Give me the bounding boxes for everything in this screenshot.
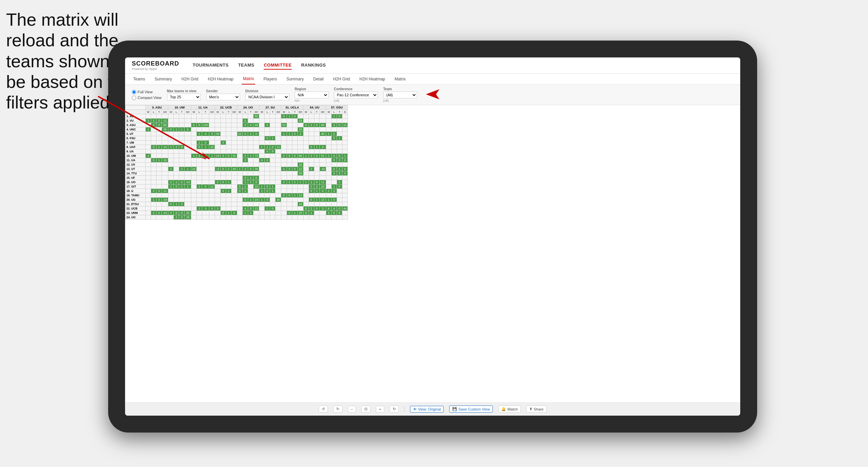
logo: SCOREBOARD Powered by clippd [132, 60, 179, 71]
zoom-out-button[interactable]: − [348, 406, 356, 413]
watch-icon: 🔔 [501, 407, 506, 411]
subnav-h2h-grid1[interactable]: H2H Grid [180, 74, 200, 84]
col-header-ucb: 22. UCB [215, 105, 237, 110]
table-row: 12. UV 15 [125, 163, 348, 167]
region-select[interactable]: N/A (All) [295, 92, 329, 98]
undo-button[interactable]: ↺ [319, 405, 328, 413]
sh-asu-w: W [146, 110, 151, 114]
save-custom-label: Save Custom View [458, 407, 490, 411]
full-view-option[interactable]: Full View [132, 90, 162, 94]
gender-select[interactable]: Men's Women's [206, 94, 240, 100]
subnav-h2h-heatmap1[interactable]: H2H Heatmap [207, 74, 235, 84]
full-view-radio[interactable] [132, 90, 136, 94]
table-row: 3. ASU 4080 50120 2048 0 52 02060 3011 [125, 123, 348, 127]
fit-button[interactable]: ⊡ [361, 405, 370, 413]
conference-label: Conference [334, 87, 378, 91]
subnav-players[interactable]: Players [262, 74, 278, 84]
conference-select[interactable]: Pac-12 Conference (All) [334, 92, 378, 98]
subnav-matrix1[interactable]: Matrix [242, 74, 256, 84]
region-label: Region [295, 87, 329, 91]
nav-teams[interactable]: TEAMS [238, 61, 254, 70]
compact-view-option[interactable]: Compact View [132, 96, 162, 100]
table-row: 17. GIT 1011 1011 0110 101 0320 10 [125, 185, 348, 189]
division-select[interactable]: NCAA Division I NCAA Division II [245, 94, 289, 100]
save-icon: 💾 [452, 407, 457, 411]
col-header-su: 27. SU [259, 105, 281, 110]
table-row: 1. AU 50 010 10 [125, 114, 348, 119]
watch-button[interactable]: 🔔 Watch [498, 405, 521, 413]
col-header-uo: 24. UO [237, 105, 259, 110]
filters-row: Full View Compact View Max teams in view… [125, 85, 740, 105]
compact-view-radio[interactable] [132, 96, 136, 100]
logo-subtitle: Powered by clippd [132, 67, 179, 71]
division-filter: Division NCAA Division I NCAA Division I… [245, 89, 289, 100]
red-arrow-svg [423, 88, 443, 101]
nav-committee[interactable]: COMMITTEE [264, 61, 292, 70]
table-row: 15. UF 010 [125, 176, 348, 180]
table-row: 8. UAF 0114 120 0115 11011 010 [125, 145, 348, 149]
table-row: 7. UM 10 0 [125, 141, 348, 145]
table-row: 20. UG 10-34 0123 1040 0113 10 [125, 198, 348, 202]
division-label: Division [245, 89, 289, 93]
conference-filter: Conference Pac-12 Conference (All) (All) [334, 87, 378, 102]
table-row: 9. UA 08 [125, 149, 348, 154]
table-row: 13. UT 221 22 -20230 12026 22012 2-16 01… [125, 167, 348, 171]
matrix-corner [125, 105, 146, 110]
table-row: 10. UW 4 1301 133032 4173 25066 12051 14… [125, 154, 348, 158]
table-row: 16. UO 210-14 201 110 2121 11011 2 [125, 180, 348, 185]
subnav-teams[interactable]: Teams [132, 74, 146, 84]
table-row: 6. FSU 01 01 [125, 136, 348, 141]
max-teams-label: Max teams in view [167, 89, 201, 93]
share-button[interactable]: ⬆ Share [526, 405, 547, 413]
reset-view-button[interactable]: ↻ [390, 405, 399, 413]
table-row: 18. U 2011 01 01 101 010 13 [125, 189, 348, 193]
col-header-ua: 11. UA [191, 105, 215, 110]
view-original-icon: 👁 [413, 407, 417, 411]
table-row: 22. UCB 130 3 4012 10 0203 44044 [125, 206, 348, 211]
matrix-table: 3. ASU 10. UW 11. UA 22. UCB 24. UO 27. … [125, 105, 348, 220]
tablet-frame: SCOREBOARD Powered by clippd TOURNAMENTS… [108, 41, 757, 433]
filter-arrow-indicator [423, 88, 443, 102]
bottom-toolbar: ↺ ↻ − ⊡ + ↻ 👁 View: Original 💾 Save Cust… [125, 402, 740, 416]
col-header-osu: 57. OSU [326, 105, 347, 110]
table-row: 21. ETSU 010 16 [125, 202, 348, 206]
table-row: 14. TTU 29 030 [125, 171, 348, 176]
table-row: 23. UNM 20-21 20025 010 11 0110 01 160 [125, 211, 348, 215]
subnav-h2h-heatmap2[interactable]: H2H Heatmap [358, 74, 386, 84]
view-original-label: View: Original [418, 407, 441, 411]
save-custom-button[interactable]: 💾 Save Custom View [449, 405, 493, 413]
subnav-detail[interactable]: Detail [312, 74, 325, 84]
share-label: Share [534, 407, 544, 411]
top-nav: SCOREBOARD Powered by clippd TOURNAMENTS… [125, 57, 740, 74]
table-row: 5. UT 140 35 22010 1102 40 10 [125, 132, 348, 136]
logo-title: SCOREBOARD [132, 60, 179, 67]
max-teams-select[interactable]: Top 25 Top 10 Top 50 [167, 94, 201, 100]
watch-label: Watch [507, 407, 518, 411]
matrix-content[interactable]: 3. ASU 10. UW 11. UA 22. UCB 24. UO 27. … [125, 105, 740, 402]
table-row: 4. UNC 136 0110 29 [125, 127, 348, 132]
gender-filter: Gender Men's Women's [206, 89, 240, 100]
subheader-empty [125, 110, 146, 114]
tablet-screen: SCOREBOARD Powered by clippd TOURNAMENTS… [125, 57, 740, 416]
subnav-summary1[interactable]: Summary [153, 74, 173, 84]
view-original-button[interactable]: 👁 View: Original [410, 406, 444, 413]
max-teams-filter: Max teams in view Top 25 Top 10 Top 50 [167, 89, 201, 100]
share-icon: ⬆ [529, 407, 532, 411]
svg-marker-0 [426, 89, 439, 99]
subnav-matrix2[interactable]: Matrix [393, 74, 407, 84]
zoom-in-button[interactable]: + [376, 406, 384, 413]
team-label: Team [383, 87, 417, 91]
col-header-ucla: 31. UCLA [281, 105, 303, 110]
sub-nav: Teams Summary H2H Grid H2H Heatmap Matri… [125, 74, 740, 85]
col-header-uw: 10. UW [168, 105, 191, 110]
table-row: 24. UO 2029 [125, 215, 348, 220]
team-select[interactable]: (All) [383, 92, 417, 98]
nav-tournaments[interactable]: TOURNAMENTS [193, 61, 228, 70]
table-row: 19. TAMU 90113 [125, 193, 348, 198]
subnav-h2h-grid2[interactable]: H2H Grid [332, 74, 351, 84]
table-row: 2. VU 12012 0 25 [125, 119, 348, 123]
redo-button[interactable]: ↻ [333, 405, 342, 413]
view-toggle: Full View Compact View [132, 90, 162, 100]
subnav-summary2[interactable]: Summary [285, 74, 305, 84]
nav-rankings[interactable]: RANKINGS [301, 61, 326, 70]
